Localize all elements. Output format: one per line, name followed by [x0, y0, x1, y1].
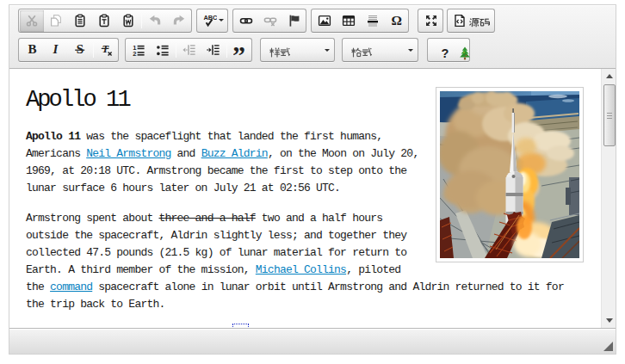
- svg-text:2: 2: [133, 50, 136, 57]
- svg-text:B: B: [28, 43, 36, 56]
- svg-text:Ω: Ω: [392, 14, 402, 28]
- svg-text:ABC: ABC: [203, 14, 217, 22]
- svg-text:I: I: [53, 43, 59, 56]
- svg-text:?: ?: [441, 46, 449, 60]
- svg-text:”: ”: [233, 43, 245, 57]
